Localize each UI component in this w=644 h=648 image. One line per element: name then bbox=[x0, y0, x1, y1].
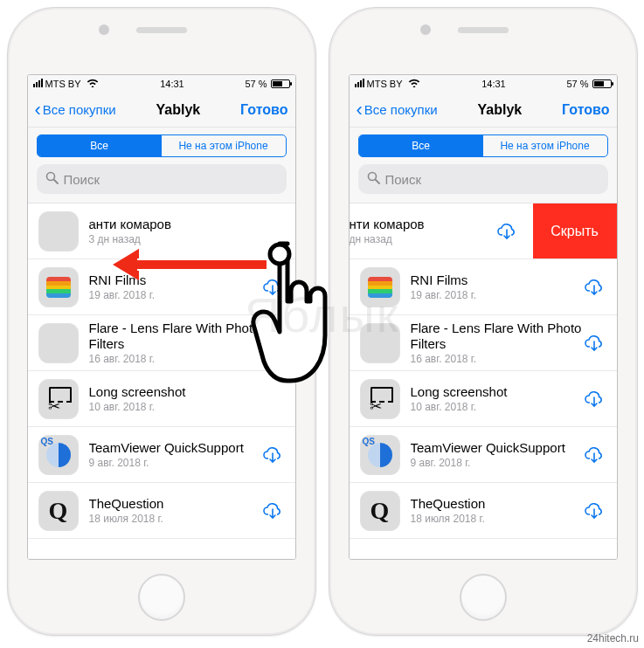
app-icon bbox=[38, 435, 79, 475]
download-cloud-icon[interactable] bbox=[582, 279, 606, 296]
segmented-control: Все Не на этом iPhone bbox=[358, 134, 608, 157]
svg-point-3 bbox=[368, 172, 376, 180]
download-cloud-icon[interactable] bbox=[582, 390, 606, 408]
wifi-icon bbox=[87, 78, 99, 90]
svg-point-0 bbox=[46, 172, 54, 180]
app-row[interactable]: Long screenshot10 авг. 2018 г. bbox=[350, 371, 617, 427]
hide-button[interactable]: Скрыть bbox=[533, 203, 617, 259]
status-bar: MTS BY 14:31 57 % bbox=[350, 75, 617, 93]
download-cloud-icon[interactable] bbox=[260, 334, 285, 352]
back-label: Все покупки bbox=[43, 102, 116, 117]
back-button[interactable]: ‹ Все покупки bbox=[35, 102, 116, 117]
battery-status: 57 % bbox=[245, 79, 289, 89]
screen: MTS BY 14:31 57 % ‹ Все покупки Yablyk Г bbox=[27, 74, 296, 560]
signal-bars-icon bbox=[33, 79, 43, 87]
app-date: 9 авг. 2018 г. bbox=[89, 457, 260, 469]
app-icon bbox=[360, 435, 400, 475]
search-wrap bbox=[28, 164, 295, 203]
page-title: Yablyk bbox=[477, 102, 522, 118]
search-icon bbox=[45, 171, 59, 188]
signal-bars-icon bbox=[355, 79, 364, 87]
app-date: 10 авг. 2018 г. bbox=[411, 401, 582, 413]
download-cloud-icon[interactable] bbox=[582, 502, 606, 520]
tab-all[interactable]: Все bbox=[359, 135, 483, 156]
svg-line-4 bbox=[376, 180, 379, 183]
app-icon bbox=[38, 267, 79, 307]
home-button[interactable] bbox=[138, 574, 185, 621]
app-list[interactable]: нти комаровдн назадСкрытьRNI Films19 авг… bbox=[350, 203, 617, 559]
app-date: 9 авг. 2018 г. bbox=[411, 457, 582, 469]
segmented-control-wrap: Все Не на этом iPhone bbox=[350, 128, 617, 164]
wifi-icon bbox=[408, 78, 420, 90]
app-name: TeamViewer QuickSupport bbox=[411, 440, 582, 455]
screen: MTS BY 14:31 57 % ‹ Все покупки Yablyk Г bbox=[349, 74, 618, 560]
app-text: TheQuestion18 июля 2018 г. bbox=[89, 496, 260, 525]
app-text: TheQuestion18 июля 2018 г. bbox=[411, 496, 582, 525]
app-text: TeamViewer QuickSupport9 авг. 2018 г. bbox=[411, 440, 582, 469]
app-icon bbox=[360, 491, 400, 531]
app-row[interactable]: Long screenshot10 авг. 2018 г. bbox=[28, 371, 295, 427]
download-cloud-icon[interactable] bbox=[495, 223, 519, 240]
app-row[interactable]: RNI Films19 авг. 2018 г. bbox=[350, 259, 617, 315]
download-cloud-icon[interactable] bbox=[260, 502, 285, 520]
download-cloud-icon[interactable] bbox=[260, 279, 285, 296]
front-camera bbox=[99, 24, 109, 35]
app-text: RNI Films19 авг. 2018 г. bbox=[411, 272, 582, 301]
iphone-frame-left: MTS BY 14:31 57 % ‹ Все покупки Yablyk Г bbox=[7, 7, 316, 636]
app-date: 16 авг. 2018 г. bbox=[89, 353, 260, 365]
search-field[interactable] bbox=[37, 164, 287, 194]
app-text: Long screenshot10 авг. 2018 г. bbox=[411, 384, 582, 413]
app-row[interactable]: TheQuestion18 июля 2018 г. bbox=[350, 483, 617, 539]
app-list[interactable]: анти комаров3 дн назадRNI Films19 авг. 2… bbox=[28, 203, 295, 559]
app-row[interactable]: нти комаровдн назадСкрыть bbox=[350, 203, 617, 259]
tab-all[interactable]: Все bbox=[38, 135, 162, 156]
search-input[interactable] bbox=[64, 172, 278, 187]
app-text: нти комаровдн назад bbox=[350, 217, 495, 245]
app-date: 19 авг. 2018 г. bbox=[89, 289, 260, 301]
app-row[interactable]: Flare - Lens Flare With Photo Filters16 … bbox=[28, 315, 295, 371]
download-cloud-icon[interactable] bbox=[260, 446, 285, 464]
app-row[interactable]: Flare - Lens Flare With Photo Filters16 … bbox=[350, 315, 617, 371]
search-input[interactable] bbox=[385, 172, 599, 187]
app-row[interactable]: TheQuestion18 июля 2018 г. bbox=[28, 483, 295, 539]
app-name: TeamViewer QuickSupport bbox=[89, 440, 260, 455]
front-camera bbox=[420, 24, 431, 35]
search-icon bbox=[367, 171, 380, 188]
back-button[interactable]: ‹ Все покупки bbox=[357, 102, 438, 117]
app-date: дн назад bbox=[350, 233, 495, 245]
app-icon bbox=[38, 323, 79, 363]
clock: 14:31 bbox=[481, 79, 506, 89]
home-button[interactable] bbox=[460, 574, 507, 621]
app-row[interactable]: RNI Films19 авг. 2018 г. bbox=[28, 259, 295, 315]
app-text: анти комаров3 дн назад bbox=[89, 217, 285, 245]
app-name: Flare - Lens Flare With Photo Filters bbox=[89, 321, 260, 351]
download-cloud-icon[interactable] bbox=[582, 334, 606, 352]
app-date: 3 дн назад bbox=[89, 233, 285, 245]
app-text: Flare - Lens Flare With Photo Filters16 … bbox=[89, 321, 260, 365]
download-cloud-icon[interactable] bbox=[582, 446, 606, 464]
app-icon bbox=[38, 379, 79, 419]
search-field[interactable] bbox=[358, 164, 608, 194]
app-name: Long screenshot bbox=[411, 384, 582, 399]
app-text: Flare - Lens Flare With Photo Filters16 … bbox=[411, 321, 582, 365]
battery-icon bbox=[271, 79, 290, 88]
tab-not-on-device[interactable]: Не на этом iPhone bbox=[162, 135, 286, 156]
app-date: 16 авг. 2018 г. bbox=[411, 353, 582, 365]
app-row[interactable]: анти комаров3 дн назад bbox=[28, 203, 295, 259]
app-row[interactable]: TeamViewer QuickSupport9 авг. 2018 г. bbox=[28, 427, 295, 483]
carrier: MTS BY bbox=[355, 78, 421, 90]
app-row[interactable]: TeamViewer QuickSupport9 авг. 2018 г. bbox=[350, 427, 617, 483]
app-icon bbox=[38, 491, 79, 531]
app-icon bbox=[360, 323, 400, 363]
tab-not-on-device[interactable]: Не на этом iPhone bbox=[483, 135, 607, 156]
app-icon bbox=[38, 211, 79, 252]
app-text: RNI Films19 авг. 2018 г. bbox=[89, 272, 260, 301]
segmented-control: Все Не на этом iPhone bbox=[37, 134, 287, 157]
app-icon bbox=[360, 379, 400, 419]
app-name: RNI Films bbox=[411, 272, 582, 287]
done-button[interactable]: Готово bbox=[240, 102, 287, 118]
app-name: TheQuestion bbox=[89, 496, 260, 511]
done-button[interactable]: Готово bbox=[562, 102, 609, 118]
battery-status: 57 % bbox=[566, 79, 611, 89]
app-date: 10 авг. 2018 г. bbox=[89, 401, 285, 413]
